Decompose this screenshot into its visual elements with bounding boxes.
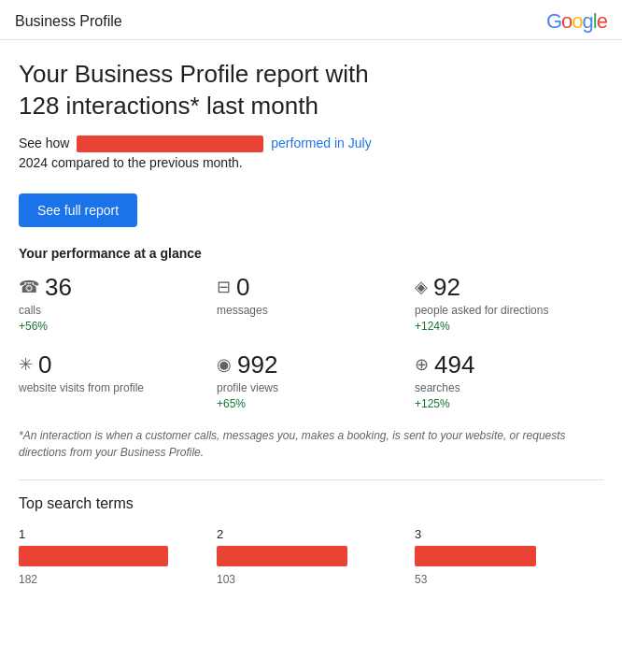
views-change: +65% <box>217 397 405 410</box>
report-description: See how performed in July 2024 compared … <box>19 134 603 173</box>
metric-directions: ◈ 92 people asked for directions +124% <box>415 274 603 333</box>
website-label: website visits from profile <box>19 381 207 396</box>
searches-label: searches <box>415 381 603 396</box>
directions-label: people asked for directions <box>415 304 603 319</box>
search-term-count-3: 53 <box>415 573 603 586</box>
search-term-rank-3: 3 <box>415 527 603 541</box>
search-terms-grid: 1 182 2 103 3 53 <box>19 527 603 586</box>
directions-icon: ◈ <box>415 279 428 295</box>
performance-title: Your performance at a glance <box>19 246 603 261</box>
search-term-bar-3 <box>415 546 536 566</box>
search-term-count-1: 182 <box>19 573 207 586</box>
search-term-bar-1 <box>19 546 168 566</box>
main-content: Your Business Profile report with 128 in… <box>0 40 622 601</box>
search-term-rank-2: 2 <box>217 527 405 541</box>
report-heading: Your Business Profile report with 128 in… <box>19 59 603 122</box>
website-value: 0 <box>38 351 51 379</box>
performance-section: Your performance at a glance ☎ 36 calls … <box>19 246 603 461</box>
phone-icon: ☎ <box>19 279 39 295</box>
metric-messages: ⊟ 0 messages <box>217 274 405 333</box>
google-logo-o2: o <box>572 9 582 33</box>
directions-change: +124% <box>415 320 603 333</box>
redacted-business-name <box>77 136 263 152</box>
footnote: *An interaction is when a customer calls… <box>19 427 603 461</box>
calls-value: 36 <box>45 274 72 301</box>
search-term-1: 1 182 <box>19 527 207 586</box>
header: Business Profile Google <box>0 0 622 40</box>
search-icon: ⊕ <box>415 356 429 373</box>
metric-website: ✳ 0 website visits from profile <box>19 351 207 410</box>
messages-label: messages <box>217 304 405 319</box>
search-term-count-2: 103 <box>217 573 405 586</box>
metrics-grid: ☎ 36 calls +56% ⊟ 0 messages ◈ 92 <box>19 274 603 410</box>
website-icon: ✳ <box>19 356 33 373</box>
calls-change: +56% <box>19 320 207 333</box>
views-label: profile views <box>217 381 405 396</box>
messages-value: 0 <box>236 274 249 301</box>
google-logo-g: G <box>546 9 561 33</box>
divider <box>19 479 603 480</box>
search-term-2: 2 103 <box>217 527 405 586</box>
directions-value: 92 <box>433 274 460 301</box>
see-full-report-button[interactable]: See full report <box>19 193 137 227</box>
message-icon: ⊟ <box>217 279 231 295</box>
page-title: Business Profile <box>15 13 122 30</box>
google-logo-g2: g <box>583 9 593 33</box>
search-term-rank-1: 1 <box>19 527 207 541</box>
metric-views: ◉ 992 profile views +65% <box>217 351 405 410</box>
views-icon: ◉ <box>217 356 232 373</box>
google-logo-e: e <box>597 9 607 33</box>
metric-calls: ☎ 36 calls +56% <box>19 274 207 333</box>
search-term-bar-2 <box>217 546 347 566</box>
searches-change: +125% <box>415 397 603 410</box>
metric-searches: ⊕ 494 searches +125% <box>415 351 603 410</box>
calls-label: calls <box>19 304 207 319</box>
search-terms-title: Top search terms <box>19 495 603 512</box>
views-value: 992 <box>237 351 277 379</box>
search-terms-section: Top search terms 1 182 2 103 3 <box>19 495 603 586</box>
google-logo-o1: o <box>561 9 572 33</box>
google-logo: Google <box>546 9 607 34</box>
search-term-3: 3 53 <box>415 527 603 586</box>
searches-value: 494 <box>434 351 474 379</box>
